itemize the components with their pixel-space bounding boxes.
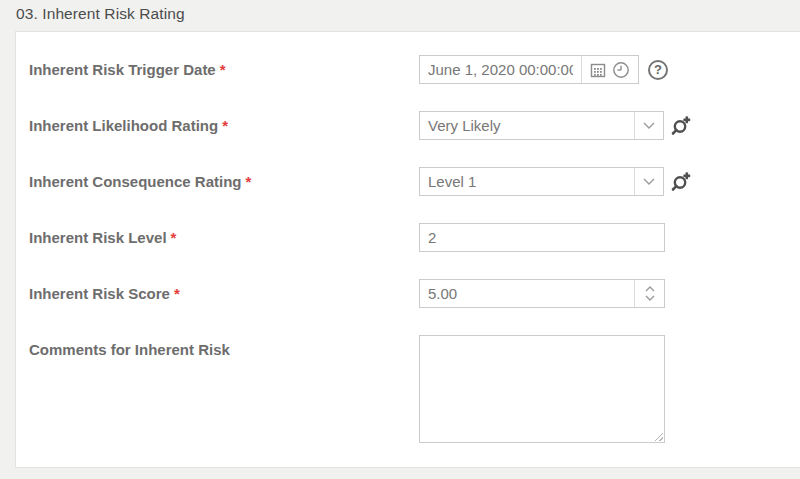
consequence-selected-value: Level 1 [420,168,634,195]
row-risk-score: Inherent Risk Score* [16,279,800,308]
risk-level-input[interactable] [419,223,665,252]
trigger-date-field [419,55,639,84]
date-time-pickers [581,56,638,83]
chevron-down-icon [643,178,655,185]
field-label-risk-level: Inherent Risk Level* [16,229,419,246]
chevron-down-icon [643,122,655,129]
row-likelihood: Inherent Likelihood Rating* Very Likely [16,111,800,140]
dropdown-toggle[interactable] [634,112,663,139]
required-asterisk: * [222,117,228,134]
field-label-risk-score: Inherent Risk Score* [16,285,419,302]
required-asterisk: * [174,285,180,302]
likelihood-dropdown[interactable]: Very Likely [419,111,664,140]
comments-textarea[interactable] [419,335,665,443]
row-risk-level: Inherent Risk Level* [16,223,800,252]
required-asterisk: * [220,61,226,78]
row-trigger-date: Inherent Risk Trigger Date* [16,55,800,84]
likelihood-selected-value: Very Likely [420,112,634,139]
likelihood-lookup-button[interactable] [671,115,693,137]
chevron-down-icon[interactable] [645,295,655,301]
risk-score-field [419,279,665,308]
field-label-likelihood: Inherent Likelihood Rating* [16,117,419,134]
row-consequence: Inherent Consequence Rating* Level 1 [16,167,800,196]
consequence-lookup-button[interactable] [671,171,693,193]
search-plus-icon [671,115,693,137]
field-label-consequence: Inherent Consequence Rating* [16,173,419,190]
consequence-dropdown[interactable]: Level 1 [419,167,664,196]
required-asterisk: * [171,229,177,246]
chevron-up-icon[interactable] [645,286,655,292]
field-label-trigger-date: Inherent Risk Trigger Date* [16,61,419,78]
field-label-comments: Comments for Inherent Risk [16,335,419,358]
dropdown-toggle[interactable] [634,168,663,195]
trigger-date-input[interactable] [420,56,581,83]
help-icon[interactable]: ? [648,60,668,80]
search-plus-icon [671,171,693,193]
form-panel: Inherent Risk Trigger Date* [15,31,800,468]
required-asterisk: * [246,173,252,190]
comments-field [419,335,665,443]
risk-score-stepper[interactable] [634,280,664,307]
row-comments: Comments for Inherent Risk [16,335,800,443]
clock-icon[interactable] [612,61,630,79]
section-header: 03. Inherent Risk Rating [0,0,800,27]
risk-score-input[interactable] [420,280,634,307]
calendar-icon[interactable] [590,62,606,78]
page-title: 03. Inherent Risk Rating [16,5,185,23]
